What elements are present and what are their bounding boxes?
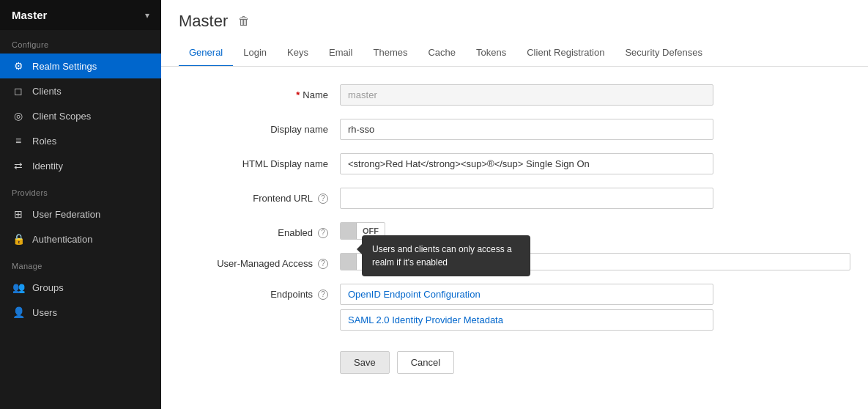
authentication-icon: 🔒 [12, 233, 25, 245]
endpoints-row: Endpoints ? OpenID Endpoint Configuratio… [179, 284, 850, 331]
tab-bar: General Login Keys Email Themes Cache To… [161, 40, 868, 67]
frontend-url-help-icon[interactable]: ? [318, 194, 328, 204]
name-control-area [340, 84, 850, 106]
clients-icon: ◻ [12, 85, 25, 97]
sidebar-item-roles-label: Roles [32, 136, 56, 147]
enabled-tooltip: Users and clients can only access a real… [362, 235, 530, 276]
toggle-slider [341, 223, 357, 239]
tab-client-registration[interactable]: Client Registration [516, 40, 615, 67]
display-name-control-area [340, 119, 850, 140]
action-spacer [179, 344, 340, 349]
action-row: Save Cancel [179, 344, 850, 374]
sidebar-section-providers-label: Providers [0, 178, 161, 202]
sidebar-item-clients-label: Clients [32, 86, 62, 97]
sidebar-section-configure-label: Configure [0, 30, 161, 54]
endpoints-control-area: OpenID Endpoint Configuration SAML 2.0 I… [340, 284, 850, 331]
display-name-label: Display name [179, 119, 340, 135]
save-button[interactable]: Save [340, 351, 390, 374]
sidebar-item-groups-label: Groups [32, 282, 64, 293]
display-name-input[interactable] [340, 119, 713, 140]
required-indicator: * [296, 89, 300, 100]
realm-chevron-icon: ▾ [145, 10, 149, 21]
frontend-url-row: Frontend URL ? [179, 188, 850, 209]
endpoint-saml[interactable]: SAML 2.0 Identity Provider Metadata [340, 309, 713, 331]
settings-icon: ⚙ [12, 60, 25, 72]
frontend-url-label: Frontend URL ? [179, 188, 340, 204]
endpoint-openid[interactable]: OpenID Endpoint Configuration [340, 284, 713, 305]
client-scopes-icon: ◎ [12, 110, 25, 122]
sidebar-item-user-federation[interactable]: ⊞ User Federation [0, 202, 161, 226]
html-display-name-label: HTML Display name [179, 153, 340, 169]
tab-login[interactable]: Login [233, 40, 277, 67]
sidebar-item-authentication-label: Authentication [32, 234, 92, 245]
sidebar-item-users-label: Users [32, 307, 57, 318]
form-area: * Name Display name HTML Display name [161, 67, 868, 409]
tab-keys[interactable]: Keys [277, 40, 319, 67]
enabled-toggle-row: OFF Users and clients can only access a … [340, 222, 850, 240]
enabled-row: Enabled ? OFF Users and clients can only… [179, 222, 850, 240]
tab-tokens[interactable]: Tokens [466, 40, 516, 67]
display-name-row: Display name [179, 119, 850, 140]
sidebar-item-client-scopes[interactable]: ◎ Client Scopes [0, 103, 161, 128]
sidebar-section-manage-label: Manage [0, 251, 161, 275]
roles-icon: ≡ [12, 135, 25, 147]
sidebar-item-identity[interactable]: ⇄ Identity [0, 153, 161, 178]
name-input[interactable] [340, 84, 713, 106]
main-content: Master 🗑 General Login Keys Email Themes… [161, 0, 868, 409]
frontend-url-control-area [340, 188, 850, 209]
user-federation-icon: ⊞ [12, 208, 25, 220]
html-display-name-input[interactable] [340, 153, 713, 174]
toggle-off-label: OFF [357, 226, 385, 235]
user-managed-access-help-icon[interactable]: ? [318, 259, 328, 269]
cancel-button[interactable]: Cancel [397, 351, 454, 374]
sidebar: Master ▾ Configure ⚙ Realm Settings ◻ Cl… [0, 0, 161, 409]
html-display-name-control-area [340, 153, 850, 174]
tab-general[interactable]: General [179, 40, 233, 67]
sidebar-item-roles[interactable]: ≡ Roles [0, 128, 161, 153]
sidebar-item-client-scopes-label: Client Scopes [32, 111, 91, 122]
tab-security-defenses[interactable]: Security Defenses [615, 40, 713, 67]
delete-realm-button[interactable]: 🗑 [238, 15, 250, 28]
tab-cache[interactable]: Cache [418, 40, 466, 67]
sidebar-item-identity-label: Identity [32, 161, 63, 172]
sidebar-section-manage: Manage 👥 Groups 👤 Users [0, 251, 161, 325]
enabled-label: Enabled ? [179, 222, 340, 238]
realm-name: Master [12, 9, 47, 21]
action-control-area: Save Cancel [340, 344, 850, 374]
endpoints-help-icon[interactable]: ? [318, 290, 328, 300]
tab-themes[interactable]: Themes [363, 40, 418, 67]
realm-selector[interactable]: Master ▾ [0, 0, 161, 30]
uma-toggle-slider [341, 254, 357, 270]
sidebar-item-realm-settings-label: Realm Settings [32, 61, 97, 72]
sidebar-section-configure: Configure ⚙ Realm Settings ◻ Clients ◎ C… [0, 30, 161, 178]
page-title: Master [179, 12, 228, 31]
enabled-help-icon[interactable]: ? [318, 228, 328, 238]
endpoints-label: Endpoints ? [179, 284, 340, 300]
btn-row: Save Cancel [340, 351, 850, 374]
tab-email[interactable]: Email [319, 40, 363, 67]
name-label: * Name [179, 84, 340, 100]
sidebar-item-authentication[interactable]: 🔒 Authentication [0, 226, 161, 251]
sidebar-item-user-federation-label: User Federation [32, 209, 100, 220]
sidebar-item-users[interactable]: 👤 Users [0, 300, 161, 325]
users-icon: 👤 [12, 306, 25, 318]
html-display-name-row: HTML Display name [179, 153, 850, 174]
sidebar-item-groups[interactable]: 👥 Groups [0, 275, 161, 300]
user-managed-access-label: User-Managed Access ? [179, 253, 340, 269]
sidebar-item-clients[interactable]: ◻ Clients [0, 78, 161, 103]
groups-icon: 👥 [12, 281, 25, 293]
name-row: * Name [179, 84, 850, 106]
page-header: Master 🗑 [161, 0, 868, 31]
frontend-url-input[interactable] [340, 188, 713, 209]
sidebar-section-providers: Providers ⊞ User Federation 🔒 Authentica… [0, 178, 161, 251]
sidebar-item-realm-settings[interactable]: ⚙ Realm Settings [0, 54, 161, 78]
enabled-control-area: OFF Users and clients can only access a … [340, 222, 850, 240]
identity-icon: ⇄ [12, 160, 25, 172]
